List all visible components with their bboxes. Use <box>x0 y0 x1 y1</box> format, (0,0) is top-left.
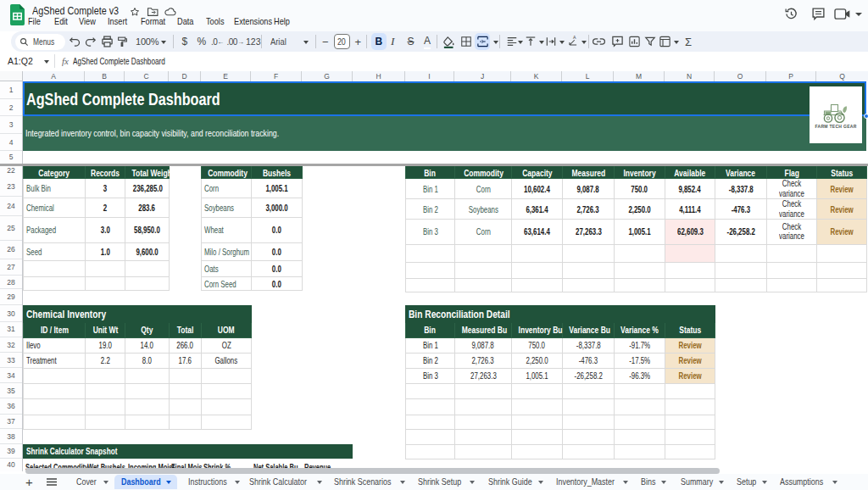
svg-text:A: A <box>573 35 576 40</box>
